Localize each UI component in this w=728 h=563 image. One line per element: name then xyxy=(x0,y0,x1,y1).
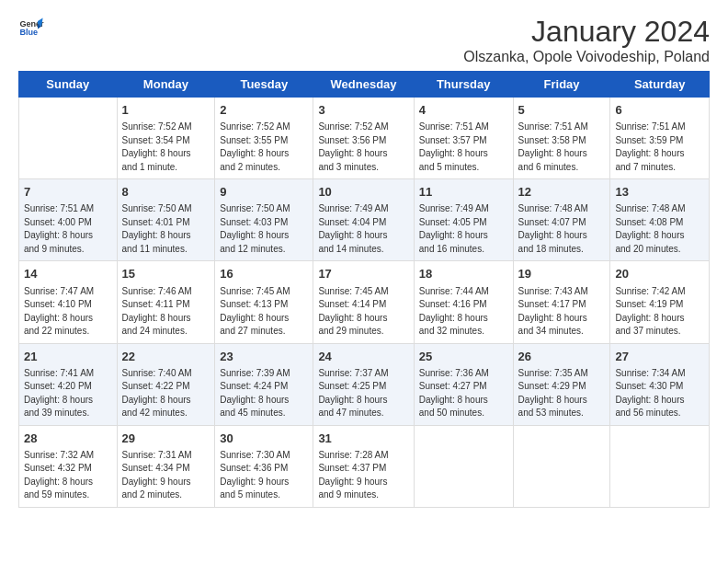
day-info: Sunrise: 7:52 AM Sunset: 3:56 PM Dayligh… xyxy=(318,121,408,174)
weekday-header-monday: Monday xyxy=(117,72,215,98)
day-number: 20 xyxy=(615,266,704,282)
day-number: 6 xyxy=(615,102,704,119)
day-info: Sunrise: 7:51 AM Sunset: 4:00 PM Dayligh… xyxy=(24,202,112,256)
calendar-day-cell: 14Sunrise: 7:47 AM Sunset: 4:10 PM Dayli… xyxy=(19,261,118,343)
day-number: 13 xyxy=(615,184,704,201)
calendar-day-cell: 8Sunrise: 7:50 AM Sunset: 4:01 PM Daylig… xyxy=(117,179,215,261)
day-info: Sunrise: 7:36 AM Sunset: 4:27 PM Dayligh… xyxy=(419,367,508,420)
calendar-table: SundayMondayTuesdayWednesdayThursdayFrid… xyxy=(18,71,710,508)
calendar-day-cell: 6Sunrise: 7:51 AM Sunset: 3:59 PM Daylig… xyxy=(610,98,710,179)
calendar-week-row: 7Sunrise: 7:51 AM Sunset: 4:00 PM Daylig… xyxy=(19,179,710,261)
day-info: Sunrise: 7:44 AM Sunset: 4:16 PM Dayligh… xyxy=(419,285,508,339)
day-number: 25 xyxy=(419,349,508,365)
day-info: Sunrise: 7:51 AM Sunset: 3:58 PM Dayligh… xyxy=(518,121,606,174)
calendar-week-row: 14Sunrise: 7:47 AM Sunset: 4:10 PM Dayli… xyxy=(19,261,710,343)
day-number: 7 xyxy=(24,184,112,201)
day-info: Sunrise: 7:49 AM Sunset: 4:05 PM Dayligh… xyxy=(419,202,508,256)
day-info: Sunrise: 7:52 AM Sunset: 3:55 PM Dayligh… xyxy=(220,121,308,174)
calendar-day-cell: 22Sunrise: 7:40 AM Sunset: 4:22 PM Dayli… xyxy=(117,343,215,425)
location-subtitle: Olszanka, Opole Voivodeship, Poland xyxy=(463,49,710,65)
calendar-day-cell: 11Sunrise: 7:49 AM Sunset: 4:05 PM Dayli… xyxy=(414,179,513,261)
day-info: Sunrise: 7:52 AM Sunset: 3:54 PM Dayligh… xyxy=(122,121,210,174)
day-info: Sunrise: 7:31 AM Sunset: 4:34 PM Dayligh… xyxy=(122,449,210,502)
day-info: Sunrise: 7:35 AM Sunset: 4:29 PM Dayligh… xyxy=(518,367,606,420)
calendar-day-cell: 3Sunrise: 7:52 AM Sunset: 3:56 PM Daylig… xyxy=(313,98,414,179)
calendar-day-cell: 17Sunrise: 7:45 AM Sunset: 4:14 PM Dayli… xyxy=(313,261,414,343)
calendar-day-cell: 10Sunrise: 7:49 AM Sunset: 4:04 PM Dayli… xyxy=(313,179,414,261)
calendar-day-cell: 21Sunrise: 7:41 AM Sunset: 4:20 PM Dayli… xyxy=(19,343,118,425)
day-info: Sunrise: 7:39 AM Sunset: 4:24 PM Dayligh… xyxy=(220,367,308,420)
calendar-day-cell xyxy=(610,425,710,507)
day-number: 11 xyxy=(419,184,508,201)
day-info: Sunrise: 7:50 AM Sunset: 4:03 PM Dayligh… xyxy=(220,202,308,256)
day-info: Sunrise: 7:48 AM Sunset: 4:08 PM Dayligh… xyxy=(615,202,704,256)
month-year-title: January 2024 xyxy=(463,15,710,49)
calendar-day-cell xyxy=(513,425,610,507)
weekday-header-thursday: Thursday xyxy=(414,72,513,98)
day-number: 10 xyxy=(318,184,408,201)
day-number: 22 xyxy=(122,349,210,365)
day-number: 30 xyxy=(220,431,308,447)
day-number: 16 xyxy=(220,266,308,282)
weekday-header-sunday: Sunday xyxy=(19,72,118,98)
day-number: 9 xyxy=(220,184,308,201)
weekday-header-tuesday: Tuesday xyxy=(215,72,313,98)
day-number: 15 xyxy=(122,266,210,282)
calendar-week-row: 1Sunrise: 7:52 AM Sunset: 3:54 PM Daylig… xyxy=(19,98,710,179)
svg-text:Blue: Blue xyxy=(19,28,38,37)
day-info: Sunrise: 7:43 AM Sunset: 4:17 PM Dayligh… xyxy=(518,285,606,339)
calendar-day-cell: 19Sunrise: 7:43 AM Sunset: 4:17 PM Dayli… xyxy=(513,261,610,343)
day-info: Sunrise: 7:51 AM Sunset: 3:57 PM Dayligh… xyxy=(419,121,508,174)
header: General Blue January 2024 Olszanka, Opol… xyxy=(18,15,710,65)
day-info: Sunrise: 7:30 AM Sunset: 4:36 PM Dayligh… xyxy=(220,449,308,502)
logo-icon: General Blue xyxy=(18,15,44,40)
day-info: Sunrise: 7:49 AM Sunset: 4:04 PM Dayligh… xyxy=(318,202,408,256)
calendar-day-cell: 16Sunrise: 7:45 AM Sunset: 4:13 PM Dayli… xyxy=(215,261,313,343)
calendar-day-cell: 29Sunrise: 7:31 AM Sunset: 4:34 PM Dayli… xyxy=(117,425,215,507)
calendar-day-cell: 31Sunrise: 7:28 AM Sunset: 4:37 PM Dayli… xyxy=(313,425,414,507)
weekday-header-saturday: Saturday xyxy=(610,72,710,98)
day-info: Sunrise: 7:45 AM Sunset: 4:13 PM Dayligh… xyxy=(220,285,308,339)
calendar-day-cell: 18Sunrise: 7:44 AM Sunset: 4:16 PM Dayli… xyxy=(414,261,513,343)
calendar-day-cell: 15Sunrise: 7:46 AM Sunset: 4:11 PM Dayli… xyxy=(117,261,215,343)
calendar-day-cell: 25Sunrise: 7:36 AM Sunset: 4:27 PM Dayli… xyxy=(414,343,513,425)
calendar-day-cell xyxy=(19,98,118,179)
calendar-day-cell: 13Sunrise: 7:48 AM Sunset: 4:08 PM Dayli… xyxy=(610,179,710,261)
day-info: Sunrise: 7:47 AM Sunset: 4:10 PM Dayligh… xyxy=(24,285,112,339)
day-info: Sunrise: 7:42 AM Sunset: 4:19 PM Dayligh… xyxy=(615,285,704,339)
day-number: 23 xyxy=(220,349,308,365)
day-info: Sunrise: 7:45 AM Sunset: 4:14 PM Dayligh… xyxy=(318,285,408,339)
calendar-day-cell: 20Sunrise: 7:42 AM Sunset: 4:19 PM Dayli… xyxy=(610,261,710,343)
calendar-day-cell: 4Sunrise: 7:51 AM Sunset: 3:57 PM Daylig… xyxy=(414,98,513,179)
day-info: Sunrise: 7:34 AM Sunset: 4:30 PM Dayligh… xyxy=(615,367,704,420)
calendar-day-cell: 2Sunrise: 7:52 AM Sunset: 3:55 PM Daylig… xyxy=(215,98,313,179)
calendar-day-cell: 24Sunrise: 7:37 AM Sunset: 4:25 PM Dayli… xyxy=(313,343,414,425)
day-number: 31 xyxy=(318,431,408,447)
day-number: 18 xyxy=(419,266,508,282)
calendar-week-row: 21Sunrise: 7:41 AM Sunset: 4:20 PM Dayli… xyxy=(19,343,710,425)
logo: General Blue xyxy=(18,15,48,40)
calendar-day-cell: 26Sunrise: 7:35 AM Sunset: 4:29 PM Dayli… xyxy=(513,343,610,425)
weekday-header-wednesday: Wednesday xyxy=(313,72,414,98)
day-number: 28 xyxy=(24,431,112,447)
day-info: Sunrise: 7:32 AM Sunset: 4:32 PM Dayligh… xyxy=(24,449,112,502)
day-number: 1 xyxy=(122,102,210,119)
calendar-day-cell: 1Sunrise: 7:52 AM Sunset: 3:54 PM Daylig… xyxy=(117,98,215,179)
day-info: Sunrise: 7:51 AM Sunset: 3:59 PM Dayligh… xyxy=(615,121,704,174)
calendar-day-cell: 23Sunrise: 7:39 AM Sunset: 4:24 PM Dayli… xyxy=(215,343,313,425)
calendar-day-cell: 5Sunrise: 7:51 AM Sunset: 3:58 PM Daylig… xyxy=(513,98,610,179)
day-info: Sunrise: 7:48 AM Sunset: 4:07 PM Dayligh… xyxy=(518,202,606,256)
day-number: 26 xyxy=(518,349,606,365)
day-info: Sunrise: 7:50 AM Sunset: 4:01 PM Dayligh… xyxy=(122,202,210,256)
calendar-day-cell: 7Sunrise: 7:51 AM Sunset: 4:00 PM Daylig… xyxy=(19,179,118,261)
day-number: 17 xyxy=(318,266,408,282)
calendar-day-cell xyxy=(414,425,513,507)
day-number: 2 xyxy=(220,102,308,119)
day-number: 8 xyxy=(122,184,210,201)
calendar-day-cell: 9Sunrise: 7:50 AM Sunset: 4:03 PM Daylig… xyxy=(215,179,313,261)
day-number: 4 xyxy=(419,102,508,119)
day-info: Sunrise: 7:41 AM Sunset: 4:20 PM Dayligh… xyxy=(24,367,112,420)
day-number: 27 xyxy=(615,349,704,365)
calendar-day-cell: 27Sunrise: 7:34 AM Sunset: 4:30 PM Dayli… xyxy=(610,343,710,425)
calendar-week-row: 28Sunrise: 7:32 AM Sunset: 4:32 PM Dayli… xyxy=(19,425,710,507)
